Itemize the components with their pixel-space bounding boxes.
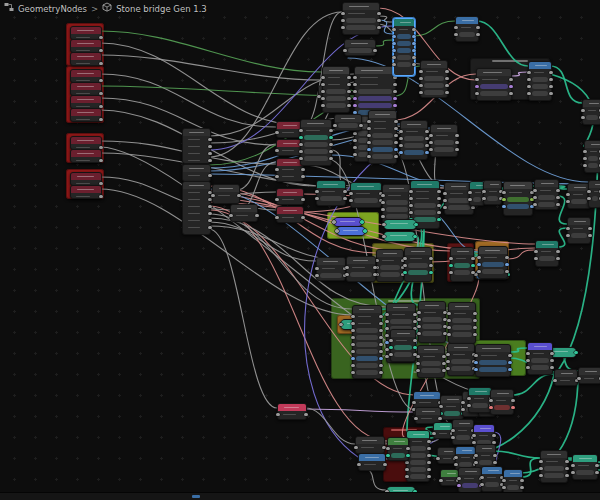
socket[interactable] xyxy=(393,97,397,101)
socket[interactable] xyxy=(406,447,410,451)
socket[interactable] xyxy=(549,78,553,82)
socket[interactable] xyxy=(382,235,386,239)
collapsed-node[interactable] xyxy=(336,226,366,236)
value-field[interactable] xyxy=(354,198,378,203)
socket[interactable] xyxy=(588,227,592,231)
value-field[interactable] xyxy=(358,103,392,108)
socket[interactable] xyxy=(343,49,347,53)
socket[interactable] xyxy=(476,33,480,37)
socket[interactable] xyxy=(412,63,416,67)
node[interactable] xyxy=(182,181,211,235)
node[interactable] xyxy=(400,120,428,160)
value-field[interactable] xyxy=(391,453,405,458)
socket[interactable] xyxy=(471,206,475,210)
socket[interactable] xyxy=(550,359,554,363)
value-field[interactable] xyxy=(482,269,504,274)
node[interactable] xyxy=(534,179,559,210)
socket[interactable] xyxy=(437,211,441,215)
value-field[interactable] xyxy=(372,140,393,145)
socket[interactable] xyxy=(381,215,385,219)
node[interactable] xyxy=(476,68,512,101)
node[interactable] xyxy=(554,369,578,386)
socket[interactable] xyxy=(549,85,553,89)
value-field[interactable] xyxy=(576,470,594,475)
socket[interactable] xyxy=(335,229,339,233)
socket[interactable] xyxy=(502,205,506,209)
socket[interactable] xyxy=(447,333,451,337)
value-field[interactable] xyxy=(480,91,508,96)
socket[interactable] xyxy=(385,327,389,331)
socket[interactable] xyxy=(451,429,455,433)
socket[interactable] xyxy=(403,264,407,268)
socket[interactable] xyxy=(509,85,513,89)
socket[interactable] xyxy=(349,192,353,196)
value-field[interactable] xyxy=(452,325,472,330)
socket[interactable] xyxy=(237,194,241,198)
socket[interactable] xyxy=(405,475,409,479)
socket[interactable] xyxy=(345,266,349,270)
socket[interactable] xyxy=(389,339,393,343)
socket[interactable] xyxy=(429,271,433,275)
node[interactable] xyxy=(70,149,102,163)
value-field[interactable] xyxy=(531,358,549,363)
socket[interactable] xyxy=(299,157,303,161)
socket[interactable] xyxy=(385,341,389,345)
socket[interactable] xyxy=(520,486,524,490)
value-field[interactable] xyxy=(380,272,400,277)
socket[interactable] xyxy=(379,350,383,354)
socket[interactable] xyxy=(587,197,591,201)
value-field[interactable] xyxy=(473,197,481,202)
socket[interactable] xyxy=(351,315,355,319)
socket[interactable] xyxy=(442,362,446,366)
socket[interactable] xyxy=(457,477,461,481)
value-field[interactable] xyxy=(304,135,328,140)
value-field[interactable] xyxy=(422,324,442,329)
socket[interactable] xyxy=(474,454,478,458)
value-field[interactable] xyxy=(397,62,411,67)
socket[interactable] xyxy=(445,70,449,74)
socket[interactable] xyxy=(399,151,403,155)
socket[interactable] xyxy=(595,471,599,475)
socket[interactable] xyxy=(474,368,478,372)
socket[interactable] xyxy=(508,354,512,358)
socket[interactable] xyxy=(447,312,451,316)
socket[interactable] xyxy=(393,76,397,80)
socket[interactable] xyxy=(345,273,349,277)
socket[interactable] xyxy=(412,56,416,60)
node[interactable] xyxy=(433,422,453,439)
socket[interactable] xyxy=(427,454,431,458)
socket[interactable] xyxy=(581,109,585,113)
socket[interactable] xyxy=(505,263,509,267)
value-field[interactable] xyxy=(451,366,471,371)
socket[interactable] xyxy=(474,361,478,365)
socket[interactable] xyxy=(417,318,421,322)
value-field[interactable] xyxy=(356,342,378,347)
socket[interactable] xyxy=(417,325,421,329)
node[interactable] xyxy=(346,256,376,282)
node[interactable] xyxy=(535,240,559,267)
socket[interactable] xyxy=(99,118,103,122)
socket[interactable] xyxy=(475,78,479,82)
socket[interactable] xyxy=(437,190,441,194)
socket[interactable] xyxy=(474,461,478,465)
node[interactable] xyxy=(404,247,432,282)
node[interactable] xyxy=(406,430,430,482)
value-field[interactable] xyxy=(356,349,378,354)
socket[interactable] xyxy=(367,148,371,152)
socket[interactable] xyxy=(412,28,416,32)
value-field[interactable] xyxy=(538,195,555,200)
socket[interactable] xyxy=(419,70,423,74)
socket[interactable] xyxy=(549,71,553,75)
socket[interactable] xyxy=(347,97,351,101)
socket[interactable] xyxy=(385,348,389,352)
socket[interactable] xyxy=(449,271,453,275)
socket[interactable] xyxy=(581,116,585,120)
value-field[interactable] xyxy=(571,233,587,238)
socket[interactable] xyxy=(409,190,413,194)
socket[interactable] xyxy=(427,440,431,444)
value-field[interactable] xyxy=(454,270,470,275)
socket[interactable] xyxy=(566,227,570,231)
socket[interactable] xyxy=(353,76,357,80)
socket[interactable] xyxy=(299,150,303,154)
socket[interactable] xyxy=(353,104,357,108)
